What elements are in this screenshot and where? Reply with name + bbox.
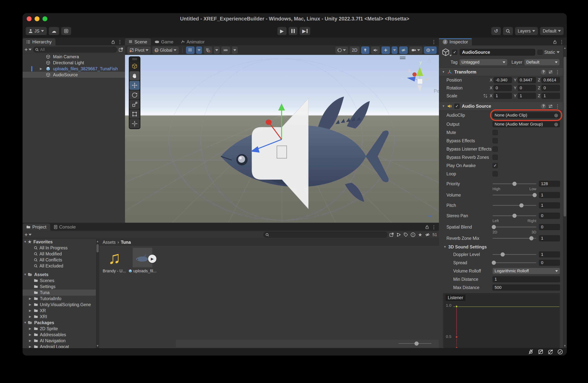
min-distance-field[interactable]: 1	[492, 276, 560, 282]
camera-settings-button[interactable]	[409, 46, 422, 54]
hierarchy-item-audiosource[interactable]: AudioSource	[22, 72, 125, 78]
play-preview-button[interactable]: ▶	[148, 255, 156, 263]
foldout-closed-icon[interactable]: ▶	[29, 303, 31, 306]
tree-assets[interactable]: ▼ Assets	[22, 272, 96, 278]
presets-icon[interactable]	[548, 104, 553, 108]
compile-ok-icon[interactable]	[557, 349, 563, 355]
tab-game[interactable]: Game	[151, 38, 177, 45]
scale-x-field[interactable]: 1	[494, 93, 512, 99]
tree-all-excluded[interactable]: All Excluded	[22, 263, 96, 269]
position-x-field[interactable]: -0.340	[494, 77, 512, 83]
scene-effects-button[interactable]	[381, 46, 390, 54]
priority-value-field[interactable]: 128	[539, 181, 560, 187]
tree-tutorialinfo[interactable]: ▶ TutorialInfo	[22, 296, 96, 302]
volume-slider[interactable]	[492, 192, 536, 198]
debugger-disabled-icon[interactable]	[528, 349, 534, 355]
curve-key-green[interactable]	[455, 305, 458, 308]
auto-refresh-disabled-icon[interactable]	[547, 349, 553, 355]
spatial-blend-slider[interactable]	[492, 224, 536, 230]
scrollbar-thumb[interactable]	[96, 244, 99, 252]
component-enabled-checkbox[interactable]: ✓	[454, 103, 460, 109]
kebab-menu-icon[interactable]: ⋮	[559, 40, 564, 44]
doppler-level-slider[interactable]	[492, 251, 536, 258]
hierarchy-item-tunafish-prefab[interactable]: ▶ uploads_files_3829667_TunaFish	[22, 66, 125, 72]
foldout-closed-icon[interactable]: ▶	[40, 67, 42, 70]
foldout-closed-icon[interactable]: ▶	[29, 315, 31, 318]
breadcrumb-current[interactable]: Tuna	[121, 240, 131, 245]
foldout-closed-icon[interactable]: ▶	[29, 345, 31, 348]
scroll-down-icon[interactable]: ▼	[563, 344, 567, 347]
step-button[interactable]: ▶	[299, 27, 310, 35]
3d-sound-settings-foldout[interactable]: ▼ 3D Sound Settings	[439, 243, 563, 250]
reverb-zone-mix-slider[interactable]	[492, 235, 536, 241]
projection-label[interactable]: Persp	[434, 88, 439, 94]
tree-all-modified[interactable]: All Modified	[22, 251, 96, 257]
layer-dropdown[interactable]: Default	[524, 59, 560, 65]
pitch-value-field[interactable]: 1	[539, 202, 560, 208]
bypass-listener-checkbox[interactable]: ✓	[492, 146, 498, 152]
tab-hierarchy[interactable]: Hierarchy	[22, 38, 55, 45]
hierarchy-item-directional-light[interactable]: Directional Light	[22, 60, 125, 66]
volume-rolloff-dropdown[interactable]: Logarithmic Rolloff	[492, 268, 560, 274]
foldout-open-icon[interactable]: ▼	[442, 105, 445, 108]
audiosource-component-header[interactable]: ▼ ✓ Audio Source ? ⋮	[439, 102, 563, 110]
scene-visibility-button[interactable]	[399, 46, 408, 54]
lock-icon[interactable]	[427, 58, 431, 63]
foldout-closed-icon[interactable]: ▶	[29, 327, 31, 330]
kebab-menu-icon[interactable]: ⋮	[431, 40, 436, 44]
tree-ai-navigation[interactable]: ▶ AI Navigation	[22, 338, 96, 344]
cache-disabled-icon[interactable]	[538, 349, 544, 355]
spatial-blend-value-field[interactable]: 0	[539, 224, 560, 230]
tree-tuna[interactable]: Tuna	[22, 290, 96, 296]
tree-packages[interactable]: ▼ Packages	[22, 320, 96, 326]
open-in-window-icon[interactable]	[119, 47, 123, 52]
hierarchy-item-main-camera[interactable]: Main Camera	[22, 54, 125, 60]
scale-y-field[interactable]: 1	[518, 93, 536, 99]
rotation-x-field[interactable]: 0	[494, 85, 512, 91]
visual-scripting-icon[interactable]	[397, 232, 401, 237]
account-button[interactable]: JS	[25, 27, 47, 35]
global-toggle-button[interactable]: Global	[152, 46, 179, 54]
tab-scene[interactable]: Scene	[125, 38, 151, 45]
pause-button[interactable]	[289, 27, 297, 35]
warning-octagon-icon[interactable]	[411, 232, 415, 237]
tree-scrollbar[interactable]: ▲ ▼	[96, 239, 99, 348]
rotate-tool-button[interactable]	[129, 90, 140, 100]
layout-dropdown[interactable]: Default	[540, 27, 564, 35]
max-distance-field[interactable]: 500	[492, 284, 560, 291]
gizmos-button[interactable]	[424, 46, 437, 54]
kebab-menu-icon[interactable]: ⋮	[118, 40, 122, 44]
hidden-count-eye-icon[interactable]	[425, 232, 430, 237]
foldout-closed-icon[interactable]: ▶	[29, 309, 31, 312]
play-button[interactable]: ▶	[277, 27, 287, 35]
tab-project[interactable]: Project	[22, 223, 50, 231]
grid-visibility-dropdown[interactable]	[196, 46, 202, 54]
hierarchy-search-input[interactable]	[40, 47, 115, 52]
foldout-closed-icon[interactable]: ▶	[29, 333, 31, 336]
rotation-y-field[interactable]: 0	[518, 85, 536, 91]
inspector-scrollbar[interactable]: ▲ ▼	[563, 45, 567, 348]
stereo-pan-value-field[interactable]: 0	[539, 213, 560, 219]
scroll-up-icon[interactable]: ▲	[96, 240, 99, 243]
rolloff-graph[interactable]: Listener 1.0 0.5	[443, 293, 560, 348]
audioclip-object-field[interactable]: None (Audio Clip) ◎	[492, 112, 560, 118]
doppler-level-value-field[interactable]: 1	[539, 251, 560, 258]
tree-addressables[interactable]: ▶ Addressables	[22, 332, 96, 338]
scale-tool-button[interactable]	[129, 100, 140, 109]
foldout-open-icon[interactable]: ▼	[24, 273, 27, 276]
tree-visualscripting[interactable]: ▶ Unity.VisualScripting.Gene	[22, 302, 96, 308]
reverb-zone-mix-value-field[interactable]: 1	[539, 235, 560, 241]
link-broken-icon[interactable]	[483, 94, 487, 98]
curve-key-red[interactable]	[455, 335, 458, 339]
layers-dropdown[interactable]: Layers	[515, 27, 538, 35]
grid-visibility-button[interactable]	[186, 46, 195, 54]
play-on-awake-checkbox[interactable]: ✓	[492, 163, 498, 168]
snap-settings-dropdown[interactable]	[214, 46, 220, 54]
priority-slider[interactable]	[492, 181, 536, 187]
lock-icon[interactable]	[553, 40, 557, 44]
hand-tool-button[interactable]	[129, 71, 140, 80]
gameobject-name-field[interactable]	[460, 49, 535, 56]
cloud-services-button[interactable]: ☁	[49, 27, 59, 35]
tag-dropdown[interactable]: Untagged	[460, 59, 507, 65]
tab-animator[interactable]: Animator	[177, 38, 208, 45]
